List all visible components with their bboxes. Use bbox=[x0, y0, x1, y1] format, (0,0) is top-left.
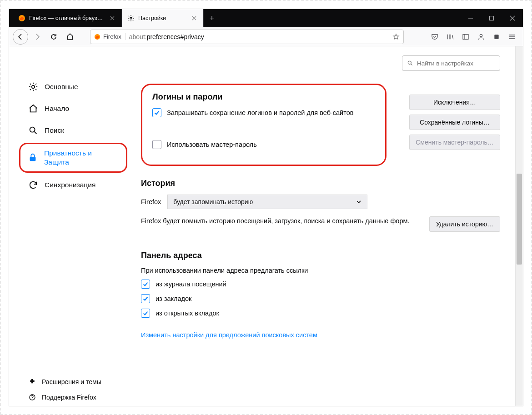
checkbox[interactable] bbox=[152, 108, 161, 117]
sidebar-item-home[interactable]: Начало bbox=[22, 100, 127, 117]
svg-point-5 bbox=[480, 34, 482, 36]
checkbox-row-bookmarks-suggest[interactable]: из закладок bbox=[141, 294, 500, 303]
history-description: Firefox будет помнить историю посещений,… bbox=[141, 215, 420, 227]
gear-icon bbox=[127, 15, 135, 22]
preferences-content: Основные Начало Поиск Приватность и Защи… bbox=[9, 46, 523, 406]
sidebar-item-label: Поддержка Firefox bbox=[42, 393, 96, 401]
preferences-sidebar: Основные Начало Поиск Приватность и Защи… bbox=[9, 46, 127, 406]
svg-rect-9 bbox=[30, 157, 36, 161]
search-icon bbox=[407, 60, 413, 66]
nav-toolbar: Firefox about:preferences#privacy bbox=[9, 27, 523, 46]
puzzle-icon bbox=[28, 378, 36, 386]
section-heading-history: История bbox=[141, 179, 500, 188]
firefox-icon bbox=[18, 15, 25, 22]
url-text: about:preferences#privacy bbox=[129, 33, 389, 40]
preferences-main: Найти в настройках Исключения… Сохранённ… bbox=[127, 46, 523, 406]
tab-firefox-start[interactable]: Firefox — отличный браузер д bbox=[13, 9, 122, 27]
url-bar[interactable]: Firefox about:preferences#privacy bbox=[90, 30, 404, 44]
checkbox[interactable] bbox=[152, 140, 161, 149]
checkbox-row-history-suggest[interactable]: из журнала посещений bbox=[141, 280, 500, 289]
gear-icon bbox=[28, 82, 38, 92]
menu-button[interactable] bbox=[505, 30, 519, 44]
minimize-button[interactable] bbox=[460, 9, 481, 27]
scrollbar-thumb[interactable] bbox=[517, 174, 522, 265]
search-engine-settings-link[interactable]: Изменить настройки для предложений поиск… bbox=[141, 331, 317, 339]
svg-point-7 bbox=[32, 85, 35, 88]
maximize-button[interactable] bbox=[481, 9, 502, 27]
library-icon[interactable] bbox=[443, 30, 457, 44]
svg-rect-4 bbox=[463, 34, 468, 39]
sidebar-item-general[interactable]: Основные bbox=[22, 78, 127, 95]
checkbox-label: из закладок bbox=[156, 295, 191, 302]
home-icon bbox=[28, 104, 38, 114]
checkbox[interactable] bbox=[141, 309, 150, 318]
search-placeholder: Найти в настройках bbox=[417, 60, 473, 67]
sidebar-item-search[interactable]: Поиск bbox=[22, 122, 127, 139]
close-window-button[interactable] bbox=[502, 9, 523, 27]
exceptions-button[interactable]: Исключения… bbox=[409, 95, 500, 110]
preferences-search-input[interactable]: Найти в настройках bbox=[402, 55, 500, 71]
checkbox-label: Запрашивать сохранение логинов и паролей… bbox=[167, 109, 353, 116]
svg-point-1 bbox=[130, 17, 132, 19]
search-icon bbox=[28, 125, 38, 135]
back-button[interactable] bbox=[13, 29, 28, 45]
forward-button[interactable] bbox=[30, 30, 45, 44]
bookmark-star-icon[interactable] bbox=[392, 33, 400, 40]
checkbox-label: из открытых вкладок bbox=[156, 310, 219, 317]
tab-label: Firefox — отличный браузер д bbox=[29, 15, 105, 21]
tab-settings[interactable]: Настройки bbox=[122, 9, 204, 27]
history-prefix-label: Firefox bbox=[141, 198, 161, 205]
window-controls bbox=[460, 9, 523, 27]
sidebar-item-sync[interactable]: Синхронизация bbox=[22, 176, 127, 194]
browser-window: Firefox — отличный браузер д Настройки + bbox=[9, 9, 523, 406]
change-master-password-button: Сменить мастер-пароль… bbox=[409, 135, 500, 150]
extension-icon[interactable] bbox=[489, 30, 504, 44]
section-heading-addressbar: Панель адреса bbox=[141, 251, 500, 260]
pocket-icon[interactable] bbox=[427, 30, 442, 44]
checkbox-label: Использовать мастер-пароль bbox=[167, 141, 257, 148]
checkbox-label: из журнала посещений bbox=[156, 280, 226, 288]
sync-icon bbox=[28, 180, 38, 190]
account-icon[interactable] bbox=[474, 30, 488, 44]
sidebar-item-label: Поиск bbox=[45, 126, 64, 135]
sidebar-item-label: Начало bbox=[45, 104, 69, 113]
sidebar-item-label: Синхронизация bbox=[45, 180, 95, 190]
saved-logins-button[interactable]: Сохранённые логины… bbox=[409, 115, 500, 130]
section-heading-logins: Логины и пароли bbox=[152, 92, 375, 102]
sidebar-item-privacy[interactable]: Приватность и Защита bbox=[21, 145, 125, 170]
close-icon[interactable] bbox=[109, 15, 116, 22]
tab-label: Настройки bbox=[138, 15, 187, 21]
sidebar-item-addons[interactable]: Расширения и темы bbox=[22, 375, 127, 389]
question-icon bbox=[28, 393, 36, 401]
svg-point-11 bbox=[408, 61, 411, 64]
vertical-scrollbar[interactable] bbox=[515, 46, 523, 406]
checkbox-row-ask-save[interactable]: Запрашивать сохранение логинов и паролей… bbox=[152, 108, 375, 117]
highlight-frame: Логины и пароли Запрашивать сохранение л… bbox=[141, 84, 386, 166]
checkbox[interactable] bbox=[141, 280, 150, 289]
sidebar-item-label: Приватность и Защита bbox=[44, 149, 119, 167]
sidebar-item-support[interactable]: Поддержка Firefox bbox=[22, 390, 127, 404]
firefox-icon bbox=[94, 34, 100, 40]
svg-point-8 bbox=[30, 127, 35, 132]
sidebar-icon[interactable] bbox=[458, 30, 473, 44]
checkbox-row-master-password[interactable]: Использовать мастер-пароль bbox=[152, 140, 375, 149]
new-tab-button[interactable]: + bbox=[204, 9, 220, 27]
close-icon[interactable] bbox=[191, 15, 198, 22]
checkbox-row-opentabs-suggest[interactable]: из открытых вкладок bbox=[141, 309, 500, 318]
identity-box[interactable]: Firefox bbox=[94, 33, 125, 40]
addressbar-subheading: При использовании панели адреса предлага… bbox=[141, 267, 500, 274]
clear-history-button[interactable]: Удалить историю… bbox=[429, 216, 500, 232]
dropdown-value: будет запоминать историю bbox=[173, 198, 253, 205]
sidebar-item-label: Расширения и темы bbox=[42, 378, 101, 386]
titlebar: Firefox — отличный браузер д Настройки + bbox=[9, 9, 523, 27]
history-mode-dropdown[interactable]: будет запоминать историю bbox=[167, 195, 367, 209]
checkbox[interactable] bbox=[141, 294, 150, 303]
svg-rect-6 bbox=[494, 35, 498, 39]
sidebar-item-label: Основные bbox=[45, 82, 78, 91]
tab-strip: Firefox — отличный браузер д Настройки + bbox=[9, 9, 460, 27]
home-button[interactable] bbox=[63, 30, 77, 44]
svg-rect-2 bbox=[490, 16, 494, 20]
lock-icon bbox=[28, 153, 38, 163]
reload-button[interactable] bbox=[46, 30, 61, 44]
chevron-down-icon bbox=[356, 199, 361, 205]
